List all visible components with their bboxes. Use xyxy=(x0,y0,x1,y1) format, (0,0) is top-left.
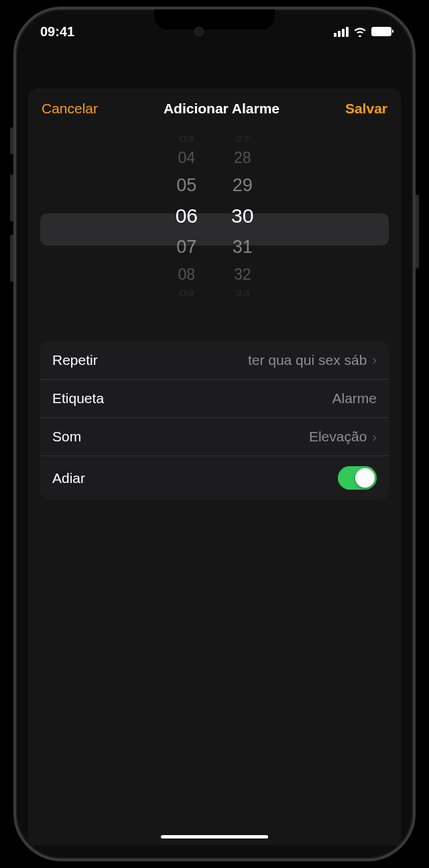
minute-option: 29 xyxy=(233,170,253,200)
hour-option: 04 xyxy=(178,145,196,170)
sound-value: Elevação xyxy=(309,429,367,445)
hour-option: 07 xyxy=(176,232,196,262)
status-indicators xyxy=(334,27,391,37)
modal-nav-bar: Cancelar Adicionar Alarme Salvar xyxy=(28,89,401,126)
minute-option: 33 xyxy=(235,290,250,296)
cancel-button[interactable]: Cancelar xyxy=(42,101,98,117)
battery-icon xyxy=(371,27,391,36)
sound-label: Som xyxy=(52,429,81,445)
wifi-icon xyxy=(353,27,367,37)
modal-title: Adicionar Alarme xyxy=(164,101,280,117)
minute-selected: 30 xyxy=(231,200,253,232)
tag-label: Etiqueta xyxy=(52,390,104,406)
chevron-right-icon: › xyxy=(372,429,377,445)
minute-option: 28 xyxy=(234,145,251,170)
notch xyxy=(154,9,275,30)
snooze-row: Adiar xyxy=(40,455,389,500)
snooze-label: Adiar xyxy=(52,470,85,486)
alarm-settings-list: Repetir ter qua qui sex sáb › Etiqueta A… xyxy=(40,341,389,500)
chevron-right-icon: › xyxy=(372,352,377,368)
minute-option: 31 xyxy=(233,232,253,262)
minute-option: 32 xyxy=(234,262,251,287)
repeat-label: Repetir xyxy=(52,352,98,368)
minute-picker-wheel[interactable]: 27 28 29 30 31 32 33 xyxy=(231,133,253,327)
hour-selected: 06 xyxy=(176,200,198,232)
label-row[interactable]: Etiqueta Alarme xyxy=(40,379,389,417)
side-button[interactable] xyxy=(416,195,419,268)
front-camera xyxy=(194,27,204,36)
sound-row[interactable]: Som Elevação › xyxy=(40,417,389,455)
hour-picker-wheel[interactable]: 03 04 05 06 07 08 09 xyxy=(176,133,198,327)
phone-frame: 09:41 Cancelar Adicionar Alarme Salvar 0… xyxy=(13,7,416,861)
repeat-row[interactable]: Repetir ter qua qui sex sáb › xyxy=(40,341,389,379)
save-button[interactable]: Salvar xyxy=(345,101,387,117)
hour-option: 09 xyxy=(179,290,194,296)
snooze-toggle[interactable] xyxy=(338,466,377,490)
hour-option: 05 xyxy=(176,170,196,200)
add-alarm-modal: Cancelar Adicionar Alarme Salvar 03 04 0… xyxy=(28,89,401,845)
hour-option: 03 xyxy=(179,136,194,142)
toggle-knob xyxy=(355,468,375,488)
time-picker[interactable]: 03 04 05 06 07 08 09 27 28 29 30 31 32 3… xyxy=(28,133,401,327)
hour-option: 08 xyxy=(178,262,196,287)
home-indicator[interactable] xyxy=(161,835,268,838)
tag-value: Alarme xyxy=(332,390,377,406)
repeat-value: ter qua qui sex sáb xyxy=(248,352,367,368)
status-time: 09:41 xyxy=(40,24,74,40)
minute-option: 27 xyxy=(235,136,250,142)
cellular-signal-icon xyxy=(334,27,349,37)
